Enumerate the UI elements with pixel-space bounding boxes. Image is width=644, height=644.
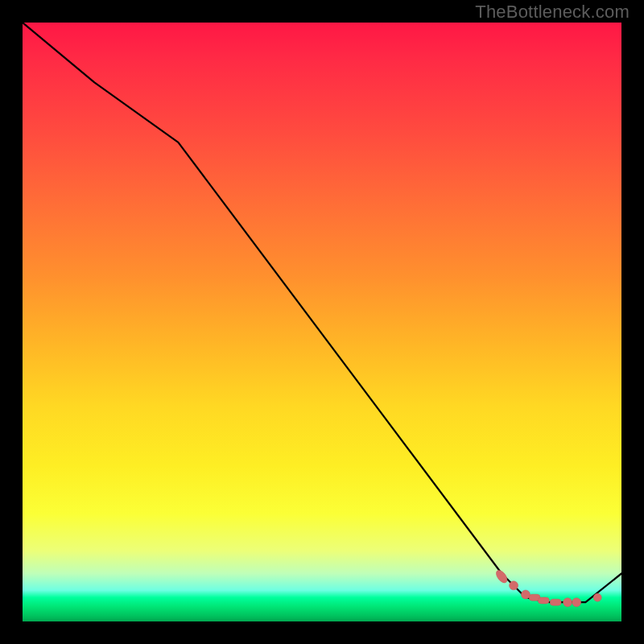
chart-frame: TheBottleneck.com (0, 0, 644, 644)
gradient-plot-area (23, 23, 621, 621)
watermark-text: TheBottleneck.com (475, 2, 630, 23)
